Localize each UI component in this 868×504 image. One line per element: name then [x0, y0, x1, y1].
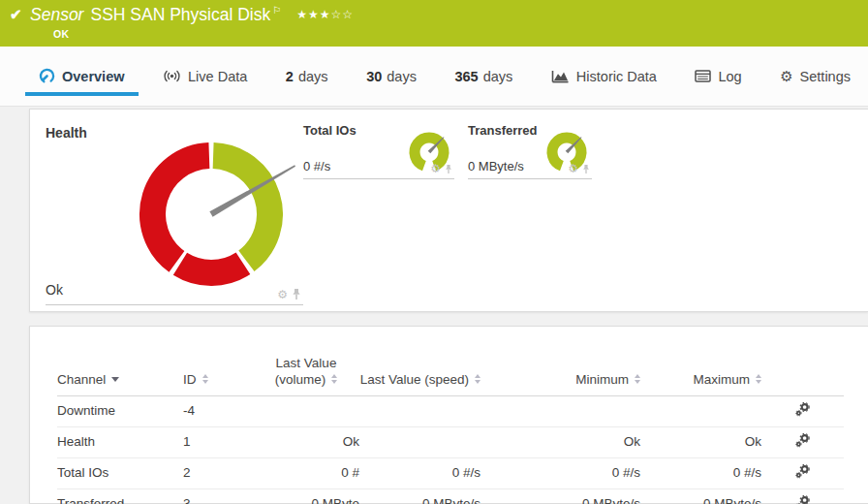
gauge-value: Ok: [46, 282, 63, 298]
table-row-health[interactable]: Health 1 Ok Ok Ok: [57, 426, 844, 457]
channel-settings-gears-icon[interactable]: [795, 464, 810, 482]
log-icon: [695, 70, 711, 82]
gauge-total-ios: Total IOs 0 #/s ⚙: [303, 121, 454, 179]
tab-overview[interactable]: Overview: [25, 47, 139, 106]
tab-log[interactable]: Log: [681, 47, 755, 106]
broadcast-icon: [163, 70, 181, 82]
gear-icon[interactable]: ⚙: [430, 163, 441, 174]
cell-channel: Health: [57, 426, 183, 457]
cell-id: 1: [183, 426, 253, 457]
cell-maximum: Ok: [640, 426, 761, 457]
column-header-last-value-volume[interactable]: Last Value (volume): [253, 356, 359, 395]
channel-table-panel: Channel ID Last Value (volume) Last Valu…: [29, 326, 868, 504]
tab-bar: Overview Live Data 2 days 30 days 365 da…: [0, 47, 868, 107]
sort-desc-icon: [111, 377, 119, 382]
cell-last-value-speed: 0 #/s: [359, 457, 480, 488]
gear-icon[interactable]: ⚙: [277, 289, 288, 300]
gauge-title: Total IOs: [303, 123, 356, 138]
tab-label: Log: [718, 69, 741, 84]
column-label: Channel: [57, 372, 106, 387]
cell-id: -4: [183, 395, 253, 426]
sensor-name: SSH SAN Physical Disk: [90, 5, 270, 24]
channel-settings-gears-icon[interactable]: [795, 495, 810, 504]
channel-settings-gears-icon[interactable]: [795, 433, 810, 451]
cell-maximum: 0 #/s: [640, 457, 761, 488]
status-badge: OK: [53, 28, 70, 40]
overview-gauges-panel: Health Ok ⚙ Total IOs 0 #/s ⚙ Transferre…: [29, 109, 868, 312]
cell-channel: Transferred: [57, 488, 183, 504]
cell-channel: Downtime: [57, 395, 183, 426]
tab-label: days: [387, 69, 417, 84]
health-donut-gauge: [134, 137, 308, 292]
tab-label: Overview: [62, 69, 125, 84]
gauge-value: 0 #/s: [303, 159, 330, 173]
pin-icon[interactable]: [582, 164, 590, 174]
sort-icon: [635, 374, 640, 384]
column-header-channel[interactable]: Channel: [57, 356, 183, 395]
gauge-title: Health: [46, 125, 87, 141]
gauge-toolbar: ⚙: [430, 163, 452, 174]
check-icon: ✔: [10, 6, 22, 23]
column-header-maximum[interactable]: Maximum: [640, 356, 761, 395]
tab-label: days: [298, 69, 328, 84]
column-label: Last Value: [253, 356, 359, 372]
cell-minimum: [480, 395, 640, 426]
gauge-value: 0 MByte/s: [468, 159, 524, 173]
table-row-downtime[interactable]: Downtime -4: [57, 395, 844, 426]
table-header-row: Channel ID Last Value (volume) Last Valu…: [57, 356, 844, 395]
sort-icon: [756, 374, 761, 384]
cell-minimum: Ok: [480, 426, 640, 457]
gear-icon[interactable]: ⚙: [568, 163, 578, 174]
tab-30-days[interactable]: 30 days: [353, 47, 430, 106]
priority-stars[interactable]: ★★★☆☆: [296, 8, 354, 21]
gauge-toolbar: ⚙: [277, 288, 301, 300]
pin-icon[interactable]: [292, 288, 301, 300]
column-label: Minimum: [575, 372, 629, 387]
cell-minimum: 0 MByte/s: [480, 488, 640, 504]
tab-label: Settings: [800, 69, 851, 84]
area-chart-icon: [551, 70, 570, 83]
cell-last-value-speed: [359, 426, 480, 457]
tab-365-days[interactable]: 365 days: [441, 47, 526, 106]
tab-historic-data[interactable]: Historic Data: [538, 47, 670, 106]
gauge-icon: [39, 68, 55, 84]
table-row-total-ios[interactable]: Total IOs 2 0 # 0 #/s 0 #/s 0 #/s: [57, 457, 844, 488]
column-label-line2: (volume): [275, 372, 326, 387]
column-header-actions: [761, 356, 844, 395]
gauge-title: Transferred: [468, 123, 538, 138]
tab-label: Live Data: [188, 69, 247, 84]
cell-maximum: 0 MByte/s: [640, 488, 761, 504]
page-title: SensorSSH SAN Physical Disk⚐★★★☆☆: [30, 5, 354, 25]
tab-live-data[interactable]: Live Data: [149, 47, 261, 106]
cell-id: 2: [183, 457, 253, 488]
cell-last-value-volume: [253, 395, 359, 426]
sensor-header: ✔ SensorSSH SAN Physical Disk⚐★★★☆☆ OK: [0, 0, 868, 47]
gauge-toolbar: ⚙: [568, 163, 590, 174]
cell-last-value-volume: 0 MByte: [253, 488, 359, 504]
cell-channel: Total IOs: [57, 457, 183, 488]
pin-icon[interactable]: [445, 164, 452, 174]
column-label: Maximum: [693, 372, 750, 387]
channel-table: Channel ID Last Value (volume) Last Valu…: [57, 356, 844, 504]
tab-2-days[interactable]: 2 days: [272, 47, 342, 106]
sort-icon: [475, 374, 480, 384]
sort-icon: [331, 374, 337, 384]
flag-icon[interactable]: ⚐: [272, 5, 281, 16]
gauge-health: Health Ok ⚙: [46, 121, 303, 305]
channel-settings-gears-icon[interactable]: [795, 402, 810, 420]
column-label: ID: [183, 372, 197, 387]
column-header-last-value-speed[interactable]: Last Value (speed): [359, 356, 480, 395]
gauge-transferred: Transferred 0 MByte/s ⚙: [468, 121, 592, 179]
cell-minimum: 0 #/s: [480, 457, 640, 488]
table-row-transferred[interactable]: Transferred 3 0 MByte 0 MByte/s 0 MByte/…: [57, 488, 844, 504]
cell-last-value-volume: Ok: [253, 426, 359, 457]
tab-settings[interactable]: ⚙ Settings: [766, 47, 864, 106]
column-label: Last Value (speed): [360, 372, 469, 387]
tab-label: days: [483, 69, 513, 84]
cell-maximum: [640, 395, 761, 426]
cell-last-value-volume: 0 #: [253, 457, 359, 488]
stars-filled: ★★★: [296, 8, 330, 21]
tab-label: Historic Data: [576, 69, 657, 84]
column-header-id[interactable]: ID: [183, 356, 253, 395]
column-header-minimum[interactable]: Minimum: [480, 356, 640, 395]
